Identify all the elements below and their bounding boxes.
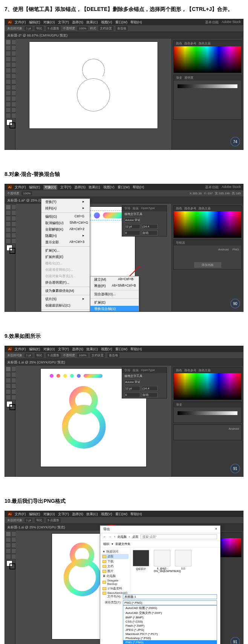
doc-tab[interactable]: 未标题-1.ai @ 25% (CMYK/GPU 预览)	[7, 360, 65, 365]
color-theme-tab[interactable]: 颜色主题	[199, 206, 211, 211]
file-list[interactable]: Q乐设计 6_@6jZ-D%_1B@Z4PMTBJKQ 111	[130, 548, 220, 593]
stroke-weight[interactable]: 1 pt	[24, 26, 32, 31]
magic-wand-tool-icon[interactable]	[6, 45, 11, 50]
menu-object[interactable]: 对象(O)	[43, 20, 55, 25]
opacity-value[interactable]: 100%	[21, 191, 32, 195]
blend-tool-icon[interactable]	[6, 233, 11, 238]
format-option[interactable]: Photoshop (*.PSD)	[123, 636, 217, 640]
selection-tool-icon[interactable]	[6, 531, 11, 537]
file-item[interactable]: 6_@6jZ-D%_1B@Z4PMTBJKQ	[154, 550, 170, 572]
color-tab[interactable]: 颜色	[176, 368, 182, 372]
pen-tool-icon[interactable]	[6, 51, 11, 56]
mi-pixel-perfect[interactable]: 设为像素级优化(M)	[41, 288, 90, 294]
doc-setup-button[interactable]: 文档设置	[98, 26, 113, 31]
uniform-scale[interactable]: 等比	[35, 26, 44, 31]
fwd-icon[interactable]: →	[109, 535, 112, 539]
prefs-button[interactable]: 首选项	[116, 26, 128, 31]
mi-hide[interactable]: 隐藏(H)	[41, 233, 90, 239]
adobe-stock-search[interactable]: Adobe Stock	[222, 185, 241, 190]
mi-blend-release[interactable]: 释放(R)Alt+Shift+Ctrl+B	[90, 283, 139, 289]
hand-tool-icon[interactable]	[6, 238, 11, 244]
platform-dropdown[interactable]: Android	[218, 248, 229, 258]
color-guide-tab[interactable]: 颜色参考	[184, 41, 196, 46]
fill-stroke-indicator[interactable]	[6, 245, 15, 254]
mi-blend-make[interactable]: 建立(M)Alt+Ctrl+B	[90, 276, 139, 283]
color-theme-tab[interactable]: 颜色主题	[199, 368, 211, 372]
brush-profile[interactable]: 5 点圆形	[46, 26, 61, 31]
new-folder-button[interactable]: 新建文件夹	[115, 542, 130, 546]
touch-type-button[interactable]: 修饰文字工具	[124, 374, 142, 378]
file-item[interactable]: 111	[175, 550, 191, 570]
navigator-tab[interactable]: 导航器	[176, 241, 185, 245]
gradient-tool-icon[interactable]	[6, 548, 11, 554]
shaper-tool-icon[interactable]	[6, 68, 11, 73]
menu-file[interactable]: 文件(F)	[15, 185, 26, 190]
font-size-input[interactable]	[124, 386, 140, 391]
menu-window[interactable]: 窗口(W)	[115, 20, 128, 25]
menu-select[interactable]: 选择(S)	[72, 512, 83, 517]
pen-tool-icon[interactable]	[6, 537, 11, 542]
menu-type[interactable]: 文字(T)	[58, 20, 69, 25]
nav-quick[interactable]: ★ 快速访问	[102, 549, 129, 554]
stroke-weight[interactable]: 1 pt	[24, 518, 32, 522]
selection-tool-icon[interactable]	[6, 40, 11, 45]
color-tab[interactable]: 颜色	[176, 206, 182, 211]
gradient-tab[interactable]: 渐变	[176, 403, 182, 407]
gradient-slider[interactable]	[178, 84, 237, 88]
menu-view[interactable]: 视图(V)	[103, 185, 115, 190]
transparency-tab[interactable]: 透明度	[184, 76, 193, 80]
leading-input[interactable]	[142, 386, 158, 391]
menu-help[interactable]: 帮助(H)	[130, 512, 142, 517]
format-option[interactable]: Macintosh PICT (*.PCT)	[123, 632, 217, 636]
shape-builder-tool-icon[interactable]	[6, 85, 11, 90]
tracking-input[interactable]	[124, 392, 140, 397]
rectangle-tool-icon[interactable]	[6, 378, 11, 383]
menu-edit[interactable]: 编辑(E)	[29, 185, 40, 190]
menu-window[interactable]: 窗口(W)	[115, 347, 128, 352]
menu-file[interactable]: 文件(F)	[15, 347, 26, 352]
mi-slice[interactable]: 切片(S)	[41, 296, 90, 302]
organize-button[interactable]: 组织	[103, 542, 109, 546]
menu-help[interactable]: 帮助(H)	[133, 185, 144, 190]
rotate-tool-icon[interactable]	[6, 73, 11, 79]
up-icon[interactable]: ↑	[114, 535, 115, 539]
format-option-png[interactable]: PNG (*.PNG)	[123, 640, 217, 644]
nav-pictures[interactable]: 图片	[102, 569, 129, 574]
menu-select[interactable]: 选择(S)	[72, 20, 83, 25]
opacity-value[interactable]: 100%	[77, 353, 88, 357]
menu-effect[interactable]: 效果(C)	[86, 512, 98, 517]
format-option[interactable]: JPEG (*.JPG)	[123, 628, 217, 632]
mi-blend-options[interactable]: 混合选项(O)...	[90, 291, 139, 298]
menu-help[interactable]: 帮助(H)	[130, 20, 142, 25]
color-guide-tab[interactable]: 颜色参考	[184, 206, 196, 211]
platform-dropdown[interactable]: Android	[228, 427, 239, 430]
hand-tool-icon[interactable]	[6, 395, 11, 400]
menu-select[interactable]: 选择(S)	[72, 347, 83, 352]
savetype-dropdown[interactable]	[123, 600, 217, 605]
add-artboard-button[interactable]: 添加画板	[194, 262, 221, 268]
color-guide-tab[interactable]: 颜色参考	[184, 368, 196, 372]
adobe-stock-search[interactable]: Adobe Stock	[222, 20, 241, 25]
rectangle-tool-icon[interactable]	[6, 543, 11, 548]
tracking-input[interactable]	[124, 230, 140, 235]
mi-replace-spine[interactable]: 替换混合轴(S)	[90, 306, 139, 312]
gradient-tool-icon[interactable]	[6, 389, 11, 394]
mi-expand[interactable]: 扩展(X)...	[41, 247, 90, 254]
gradient-tab[interactable]: 渐变	[176, 76, 182, 80]
format-option[interactable]: BMP (*.BMP)	[123, 615, 217, 620]
ot-tab[interactable]: OpenType	[141, 206, 155, 211]
mi-crop-marks[interactable]: 创建裁切标记(C)	[41, 302, 90, 309]
fill-stroke-indicator[interactable]	[6, 401, 15, 410]
menu-edit[interactable]: 编辑(E)	[29, 347, 40, 352]
selection-tool-icon[interactable]	[6, 366, 11, 372]
font-family-input[interactable]	[124, 218, 140, 223]
format-option[interactable]: AutoCAD 绘图 (*.DWG)	[123, 606, 217, 610]
doc-tab[interactable]: 未标题-1.ai @ 25% (CMYK/GPU 预览)	[7, 525, 65, 530]
char-tab[interactable]: 字符	[124, 206, 130, 211]
back-icon[interactable]: ←	[103, 535, 106, 539]
pen-tool-icon[interactable]	[6, 210, 11, 215]
menu-file[interactable]: 文件(F)	[15, 20, 26, 25]
gradient-slider[interactable]	[178, 411, 237, 415]
baseline-input[interactable]	[142, 392, 158, 397]
rectangle-tool-icon[interactable]	[6, 216, 11, 221]
